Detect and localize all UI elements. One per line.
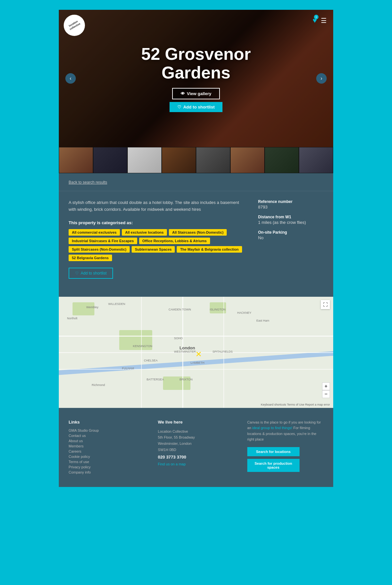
tag-7[interactable]: The Mayfair & Belgravia collection <box>177 246 242 253</box>
page-wrapper: location collective ♥ 1 ☰ ‹ › 52 Grosven… <box>59 10 333 487</box>
footer-description: Canvas is the place to go if you are loo… <box>247 420 323 443</box>
footer-highlight: ideal group to find things! <box>252 426 292 430</box>
reference-label: Reference number <box>258 199 323 204</box>
map-label-westminster: WESTMINSTER <box>174 350 196 353</box>
road-v-2 <box>141 297 142 408</box>
eye-icon: 👁 <box>181 91 185 96</box>
footer-link-cookie[interactable]: Cookie policy <box>69 455 145 459</box>
map-label-battersea: BATTERSEA <box>147 378 164 381</box>
tag-2[interactable]: All Staircases (Non-Domestic) <box>169 229 227 236</box>
footer-col-location: We live here Location Collective 5th Flo… <box>158 420 234 476</box>
reference-value: 8793 <box>258 205 323 209</box>
map-label-lambeth: LAMBETH <box>190 361 204 364</box>
shortlist-icon[interactable]: ♥ 1 <box>313 16 317 25</box>
map-label-soho: SOHO <box>174 337 183 340</box>
logo-text: location collective <box>64 17 85 33</box>
footer-link-gma[interactable]: GMA Studio Group <box>69 428 145 432</box>
footer-link-privacy[interactable]: Privacy policy <box>69 465 145 469</box>
map-label-spitalfields: SPITALFIELDS <box>212 350 233 353</box>
view-gallery-button[interactable]: 👁 View gallery <box>172 88 220 99</box>
footer-links-title: Links <box>69 420 145 425</box>
thumbnail-7[interactable] <box>265 147 299 173</box>
property-title: 52 GrosvenorGardens <box>141 45 251 82</box>
back-to-results-button[interactable]: Back to search results <box>69 180 107 185</box>
footer-link-contact[interactable]: Contact us <box>69 434 145 438</box>
footer-phone: 020 3773 3700 <box>158 455 234 460</box>
hero-next-button[interactable]: › <box>316 73 327 84</box>
search-locations-button[interactable]: Search for locations <box>247 447 300 456</box>
add-shortlist-hero-button[interactable]: ♡ Add to shortlist <box>170 102 222 112</box>
thumbnail-4[interactable] <box>162 147 196 173</box>
distance-label: Distance from W1 <box>258 215 323 219</box>
map-marker: ✕ <box>195 350 202 359</box>
content-section: Back to search results A stylish office … <box>59 173 333 297</box>
footer-map-link[interactable]: Find us on a map <box>158 462 234 466</box>
footer-columns: Links GMA Studio Group Contact us About … <box>69 420 323 476</box>
thumbnail-2[interactable] <box>93 147 127 173</box>
map-label-chelsea: CHELSEA <box>144 359 157 362</box>
thumbnail-8[interactable] <box>299 147 333 173</box>
map-label-islington: ISLINGTON <box>210 308 225 311</box>
map-label-east-ham: East Ham <box>256 319 270 322</box>
map-zoom-out-button[interactable]: − <box>322 390 330 398</box>
thumbnail-6[interactable] <box>230 147 265 173</box>
map-label-hackney: HACKNEY <box>237 311 252 314</box>
footer-link-terms[interactable]: Terms of use <box>69 460 145 464</box>
tag-4[interactable]: Office Receptions, Lobbies & Atriums <box>139 238 210 244</box>
tag-3[interactable]: Industrial Staircases & Fire Escapes <box>69 238 137 244</box>
map-label-camden: CAMDEN TOWN <box>169 308 191 311</box>
tag-1[interactable]: All exclusive locations <box>122 229 167 236</box>
footer: Links GMA Studio Group Contact us About … <box>59 408 333 487</box>
map-label-northolt: Northolt <box>67 317 77 320</box>
back-link-bar: Back to search results <box>59 173 333 191</box>
map-label-willesden: WILLESDEN <box>108 302 125 306</box>
map-label-wembley: Wembley <box>86 306 98 309</box>
footer-link-about[interactable]: About us <box>69 439 145 443</box>
map-label-richmond: Richmond <box>92 383 105 387</box>
footer-link-company[interactable]: Company info <box>69 470 145 474</box>
tags-container: All commercial exclusives All exclusive … <box>69 229 245 261</box>
hero-section: location collective ♥ 1 ☰ ‹ › 52 Grosven… <box>59 10 333 147</box>
footer-link-careers[interactable]: Careers <box>69 449 145 453</box>
road-h-3 <box>59 369 333 370</box>
map-section: London Wembley Northolt WILLESDEN CAMDEN… <box>59 297 333 408</box>
road-h-1 <box>59 336 333 337</box>
search-production-button[interactable]: Search for production spaces <box>247 459 300 472</box>
parking-value: No <box>258 235 323 240</box>
thumbnail-1[interactable] <box>59 147 93 173</box>
hero-content: 52 GrosvenorGardens 👁 View gallery ♡ Add… <box>141 45 251 112</box>
parking-label: On-site Parking <box>258 230 323 235</box>
heart-icon: ♡ <box>177 105 181 109</box>
hero-buttons: 👁 View gallery ♡ Add to shortlist <box>141 88 251 112</box>
footer-link-members[interactable]: Members <box>69 444 145 448</box>
footer-address: Location Collective 5th Floor, 55 Broadw… <box>158 428 234 453</box>
footer-location-title: We live here <box>158 420 234 425</box>
distance-value: 1 miles (as the crow flies) <box>258 220 323 225</box>
tag-8[interactable]: 52 Belgravia Gardens <box>69 255 112 261</box>
tag-6[interactable]: Subterranean Spaces <box>132 246 175 253</box>
main-content: A stylish office atrium that could doubl… <box>59 191 333 287</box>
footer-col-desc: Canvas is the place to go if you are loo… <box>247 420 323 476</box>
property-description: A stylish office atrium that could doubl… <box>69 199 245 213</box>
map-zoom-in-button[interactable]: + <box>322 382 330 390</box>
footer-col-links: Links GMA Studio Group Contact us About … <box>69 420 145 476</box>
tag-0[interactable]: All commercial exclusives <box>69 229 120 236</box>
heart-icon-content: ♡ <box>75 271 79 276</box>
site-logo[interactable]: location collective <box>64 15 85 36</box>
map-attribution: Keyboard shortcuts Terms of Use Report a… <box>261 403 330 406</box>
right-column: Reference number 8793 Distance from W1 1… <box>258 199 323 279</box>
left-column: A stylish office atrium that could doubl… <box>69 199 245 279</box>
map-canvas: London Wembley Northolt WILLESDEN CAMDEN… <box>59 297 333 408</box>
header-icons: ♥ 1 ☰ <box>313 16 327 25</box>
map-label-brixton: BRIXTON <box>180 378 193 381</box>
hero-prev-button[interactable]: ‹ <box>65 73 76 84</box>
thumbnail-5[interactable] <box>196 147 230 173</box>
tag-5[interactable]: Split Staircases (Non-Domestic) <box>69 246 130 253</box>
map-label-fulham: FULHAM <box>122 367 134 370</box>
categories-title: This property is categorised as: <box>69 220 245 225</box>
shortlist-count: 1 <box>314 15 318 19</box>
menu-icon[interactable]: ☰ <box>321 17 327 25</box>
add-shortlist-content-button[interactable]: ♡ Add to shortlist <box>69 268 113 279</box>
thumbnail-3[interactable] <box>127 147 162 173</box>
map-expand-button[interactable]: ⛶ <box>321 300 330 309</box>
